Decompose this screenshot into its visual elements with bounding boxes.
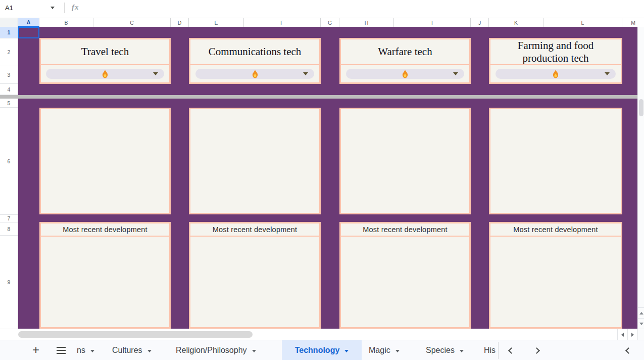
row-header-9[interactable]: 9 <box>0 236 18 329</box>
select-all-corner[interactable] <box>0 18 18 27</box>
rating-chip[interactable] <box>496 69 616 79</box>
vertical-scrollbar[interactable] <box>637 27 644 329</box>
triangle-left-icon <box>621 333 624 337</box>
scrollbar-corner <box>637 329 644 340</box>
sheet-tab-magic[interactable]: Magic <box>369 340 400 360</box>
divider <box>64 3 65 13</box>
sheet-tab-partial-right[interactable]: His <box>484 340 496 360</box>
row-header-2[interactable]: 2 <box>0 38 18 66</box>
card-title[interactable]: Communications tech <box>190 39 319 65</box>
sheet-tab-partial-left[interactable]: ns <box>77 340 94 360</box>
frozen-rows-separator[interactable] <box>0 95 644 99</box>
dropdown-caret-icon[interactable] <box>605 72 610 75</box>
sheet-tab-label: Cultures <box>112 346 142 355</box>
column-header-l[interactable]: L <box>543 18 622 27</box>
sheet-tab-religion-philosophy[interactable]: Religion/Philosophy <box>176 340 256 360</box>
development-body-cell[interactable] <box>341 237 469 329</box>
tab-caret-icon[interactable] <box>147 350 152 352</box>
tabs-scroll-right-icon[interactable] <box>533 347 540 354</box>
rating-chip[interactable] <box>346 69 464 79</box>
column-header-e[interactable]: E <box>189 18 244 27</box>
formula-fx-icon: fx <box>72 3 79 12</box>
tech-notes-cell[interactable] <box>189 108 321 214</box>
rating-dropdown-cell[interactable] <box>490 65 621 82</box>
sheet-tab-technology[interactable]: Technology <box>282 340 362 360</box>
tech-card-farming: Farming and food production tech <box>489 38 622 84</box>
row-headers: 1 2 3 4 5 6 7 8 9 <box>0 27 18 329</box>
spreadsheet-app: A1 fx A B C D E F G H I J K L M 1 2 3 4 … <box>0 0 644 360</box>
development-card: Most recent development <box>339 222 471 329</box>
rating-dropdown-cell[interactable] <box>341 65 469 82</box>
development-header[interactable]: Most recent development <box>490 223 621 237</box>
development-card: Most recent development <box>39 222 171 329</box>
active-cell-selection[interactable] <box>18 27 39 38</box>
row-header-7[interactable]: 7 <box>0 215 18 222</box>
dropdown-caret-icon[interactable] <box>303 72 308 75</box>
column-header-g[interactable]: G <box>321 18 339 27</box>
column-header-a[interactable]: A <box>18 18 39 27</box>
row-header-6[interactable]: 6 <box>0 108 18 215</box>
card-title[interactable]: Warfare tech <box>341 39 469 65</box>
column-header-d[interactable]: D <box>171 18 189 27</box>
fire-emoji-icon <box>252 70 259 78</box>
row-header-4[interactable]: 4 <box>0 84 18 95</box>
development-card: Most recent development <box>189 222 321 329</box>
column-header-h[interactable]: H <box>339 18 394 27</box>
horizontal-scrollbar-thumb[interactable] <box>18 331 253 338</box>
development-header[interactable]: Most recent development <box>190 223 319 237</box>
dropdown-caret-icon[interactable] <box>453 72 458 75</box>
scroll-left-button[interactable] <box>617 329 627 340</box>
add-sheet-button[interactable]: + <box>29 340 42 360</box>
side-panel-collapse-icon[interactable] <box>625 347 632 354</box>
rating-dropdown-cell[interactable] <box>41 65 169 82</box>
development-body-cell[interactable] <box>490 237 621 329</box>
card-title[interactable]: Travel tech <box>41 39 169 65</box>
development-header[interactable]: Most recent development <box>341 223 469 237</box>
column-header-m[interactable]: M <box>622 18 644 27</box>
tab-caret-icon[interactable] <box>344 350 349 352</box>
scroll-down-button[interactable] <box>638 318 644 329</box>
column-header-k[interactable]: K <box>489 18 543 27</box>
development-body-cell[interactable] <box>41 237 169 329</box>
column-header-c[interactable]: C <box>93 18 171 27</box>
dropdown-caret-icon[interactable] <box>153 72 158 75</box>
all-sheets-button[interactable] <box>55 340 68 360</box>
row-header-5[interactable]: 5 <box>0 99 18 108</box>
sheet-tab-label: Magic <box>369 346 390 355</box>
tech-notes-cell[interactable] <box>339 108 471 214</box>
tab-caret-icon[interactable] <box>90 350 94 352</box>
column-header-f[interactable]: F <box>244 18 321 27</box>
tech-notes-cell[interactable] <box>489 108 622 214</box>
rating-chip[interactable] <box>195 69 314 79</box>
tab-caret-icon[interactable] <box>252 350 256 352</box>
sheet-grid: 1 2 3 4 5 6 7 8 9 Travel tech <box>0 27 644 329</box>
tabs-scroll-left-icon[interactable] <box>508 347 515 354</box>
plus-icon: + <box>32 344 39 356</box>
row-header-8[interactable]: 8 <box>0 222 18 236</box>
row-header-3[interactable]: 3 <box>0 66 18 84</box>
horizontal-scrollbar[interactable] <box>0 329 644 340</box>
formula-bar: A1 fx <box>0 0 644 18</box>
rating-dropdown-cell[interactable] <box>190 65 319 82</box>
sheet-tab-cultures[interactable]: Cultures <box>112 340 152 360</box>
scroll-up-button[interactable] <box>638 307 644 318</box>
scroll-right-button[interactable] <box>627 329 637 340</box>
sheet-tab-species[interactable]: Species <box>426 340 464 360</box>
tab-caret-icon[interactable] <box>460 350 464 352</box>
name-box-caret-icon[interactable] <box>51 7 55 9</box>
tech-notes-cell[interactable] <box>39 108 171 214</box>
sheet-tab-bar: + ns Cultures Religion/Philosophy Techno… <box>0 340 644 360</box>
row-header-1[interactable]: 1 <box>0 27 18 38</box>
card-title[interactable]: Farming and food production tech <box>490 39 621 65</box>
sheet-tab-label: ns <box>77 346 85 355</box>
development-header[interactable]: Most recent development <box>41 223 169 237</box>
rating-chip[interactable] <box>46 69 164 79</box>
column-header-i[interactable]: I <box>394 18 471 27</box>
column-header-b[interactable]: B <box>39 18 93 27</box>
tab-caret-icon[interactable] <box>395 350 400 352</box>
tech-card-communications: Communications tech <box>189 38 321 84</box>
column-header-j[interactable]: J <box>471 18 489 27</box>
vertical-scrollbar-thumb[interactable] <box>639 99 643 116</box>
name-box[interactable]: A1 <box>0 0 60 15</box>
development-body-cell[interactable] <box>190 237 319 329</box>
